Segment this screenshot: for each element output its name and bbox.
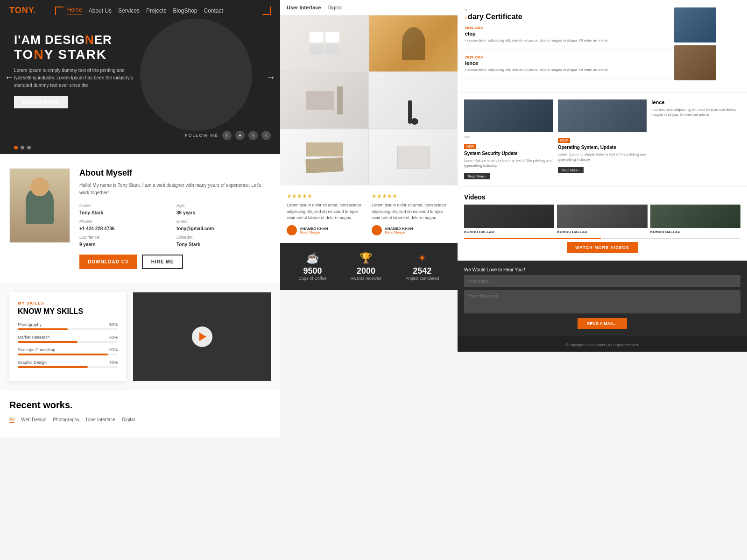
portfolio-nav: User Interface Digital xyxy=(280,0,458,15)
main-nav: TONY. Home About Us Services Projects Bl… xyxy=(0,0,280,21)
testimonials-section: ★★★★★ Lorem ipsum dolor sit amet, consec… xyxy=(280,185,458,243)
portfolio-item-5[interactable] xyxy=(280,129,368,185)
contact-message-input[interactable] xyxy=(464,290,740,313)
nav-border-right xyxy=(262,7,271,15)
stat-awards: 🏆 2000 Awards received xyxy=(351,252,381,281)
dot-2[interactable] xyxy=(21,146,24,149)
footer-text: ©Copyright 2018 Solket | All RightReserv… xyxy=(566,343,639,347)
cert-item-1: 2015-2016 elop r consectetur adipiscing … xyxy=(465,26,669,50)
skills-section: MY SKILLS KNOW MY SKILLS Photography50% … xyxy=(0,283,280,390)
instagram-icon[interactable]: ● xyxy=(235,131,245,140)
skills-video xyxy=(133,292,271,381)
blog-post-left: late NEW System Security Update Lorem Ip… xyxy=(464,99,553,179)
nav-home[interactable]: Home xyxy=(67,7,82,14)
about-email-value: tony@gmail.com xyxy=(176,226,214,231)
download-cv-button[interactable]: DOWNLOAD CV xyxy=(79,255,137,269)
testimonial-2: ★★★★★ Lorem ipsum dolor sit amet, consec… xyxy=(372,193,451,235)
progress-inactive-2 xyxy=(672,238,741,239)
blog-desc-left: Lorem Ipsum is simply dummy text of the … xyxy=(464,158,553,168)
filter-ui[interactable]: User Interface xyxy=(86,417,115,423)
read-more-button-right[interactable]: Read More › xyxy=(558,167,584,173)
cert-title-2: ience xyxy=(465,60,608,66)
stars-2: ★★★★★ xyxy=(372,193,451,199)
twitter-icon[interactable]: ▿ xyxy=(248,131,258,140)
author-2: AHAMED KHAN Brand Manger xyxy=(372,225,451,235)
skill-bar-graphic xyxy=(18,366,88,368)
about-name-label: Name: xyxy=(79,203,174,208)
skill-name-graphic: Graphic Design70% xyxy=(18,360,118,365)
video-2[interactable]: KUMRU BALLAD xyxy=(557,205,647,234)
about-description: Hello! My name is Tony Stark. I am a web… xyxy=(79,182,271,197)
filter-digital[interactable]: Digital xyxy=(122,417,135,423)
nav-about[interactable]: About Us xyxy=(89,7,112,14)
portfolio-item-2[interactable] xyxy=(369,15,458,71)
stat-projects-number: 2542 xyxy=(405,266,439,276)
about-title: About Myself xyxy=(79,168,271,178)
portfolio-item-3[interactable] xyxy=(280,72,368,128)
filter-webdesign[interactable]: Web Design xyxy=(21,417,46,423)
skill-bar-consulting xyxy=(18,354,108,355)
nav-contact[interactable]: Contact xyxy=(204,7,223,14)
author-role-1: Brand Manger xyxy=(300,231,328,234)
about-age-value: 36 years xyxy=(176,210,195,215)
test-text-2: Lorem ipsum dolor sit amet, consectetur … xyxy=(372,202,451,221)
stars-1: ★★★★★ xyxy=(287,193,366,199)
about-email-label: E-mail: xyxy=(176,219,271,224)
skill-consulting: Strategic Consulting90% xyxy=(18,347,118,355)
port-nav-ui[interactable]: User Interface xyxy=(287,5,321,10)
hero-content: I'AM DESIGNER TONY STARK Lorem Ipsum is … xyxy=(14,33,135,108)
filter-photography[interactable]: Photography xyxy=(53,417,79,423)
cert-photo-2 xyxy=(674,45,716,80)
trophy-icon: 🏆 xyxy=(351,252,381,264)
cert-desc-2: r consectetur adipiscing elit, sed do ei… xyxy=(465,67,608,73)
watch-more-button[interactable]: WATCH MORE VIDEOS xyxy=(567,242,637,253)
stat-coffee-label: Cups of Coffee xyxy=(299,276,327,281)
blog-badge-left: NEW xyxy=(464,144,476,149)
skill-name-photography: Photography50% xyxy=(18,322,118,327)
filter-all[interactable]: All xyxy=(9,417,14,423)
hero-next-arrow[interactable]: → xyxy=(266,72,275,83)
video-label-1: KUMRU BALLAD xyxy=(464,230,554,234)
skill-bar-photography xyxy=(18,328,68,330)
blog-title-right: Operating System, Update xyxy=(558,145,647,150)
hero-dots xyxy=(14,146,31,149)
nav-projects[interactable]: Projects xyxy=(146,7,166,14)
stat-coffee: ☕ 9500 Cups of Coffee xyxy=(299,252,327,281)
cert-list: n › dary Certificate 2015-2016 elop r co… xyxy=(465,7,669,85)
nav-items: Home About Us Services Projects BlogShop… xyxy=(67,7,259,14)
nav-blogshop[interactable]: BlogShop xyxy=(173,7,197,14)
dot-3[interactable] xyxy=(27,146,31,149)
video-3[interactable]: KUMRU BALLAD xyxy=(650,205,740,234)
video-progress xyxy=(464,238,740,239)
port-nav-digital[interactable]: Digital xyxy=(327,5,342,10)
follow-label: FOLLOW ME xyxy=(185,133,218,138)
author-name-1: AHAMED KHAN xyxy=(300,227,328,231)
hire-me-button[interactable]: HIRE ME xyxy=(142,255,183,269)
logo: TONY. xyxy=(9,6,36,15)
skill-graphic: Graphic Design70% xyxy=(18,360,118,368)
contact-name-input[interactable] xyxy=(464,275,740,287)
cert-date-2: 2015-2016 xyxy=(465,55,608,59)
portfolio-item-6[interactable] xyxy=(369,129,458,185)
video-1[interactable]: KUMRU BALLAD xyxy=(464,205,554,234)
skills-title: KNOW MY SKILLS xyxy=(18,307,118,316)
cert-item-2: 2015-2016 ience r consectetur adipiscing… xyxy=(465,55,669,79)
portfolio-item-4[interactable] xyxy=(369,72,458,128)
dot-1[interactable] xyxy=(14,146,18,149)
cert-desc-1: r consectetur adipiscing elit, sed do ei… xyxy=(465,38,608,43)
portfolio-item-1[interactable] xyxy=(280,15,368,71)
read-more-button-left[interactable]: Read More › xyxy=(464,173,490,179)
youtube-icon[interactable]: ○ xyxy=(261,131,271,140)
play-button[interactable] xyxy=(192,326,212,347)
skill-name-consulting: Strategic Consulting90% xyxy=(18,347,118,352)
hero-prev-arrow[interactable]: ← xyxy=(5,72,14,83)
hero-cta-button[interactable]: LEARN MORE xyxy=(14,96,68,108)
send-mail-button[interactable]: SEND A MAIL... xyxy=(578,318,627,329)
facebook-icon[interactable]: f xyxy=(222,131,232,140)
stat-coffee-number: 9500 xyxy=(299,266,327,276)
cert-title-1: elop xyxy=(465,31,608,36)
nav-services[interactable]: Services xyxy=(118,7,140,14)
about-phone-field: Phone: +1 424 228 4736 xyxy=(79,219,174,232)
about-info: About Myself Hello! My name is Tony Star… xyxy=(79,168,271,269)
stat-awards-label: Awards received xyxy=(351,276,381,281)
